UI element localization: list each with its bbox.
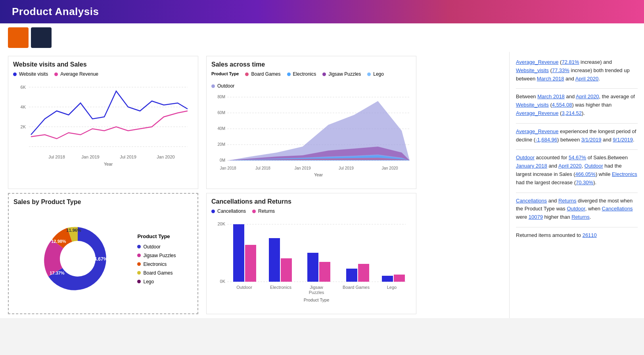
- logo-dark: [31, 27, 52, 48]
- link-outdoor-1[interactable]: Outdoor: [516, 155, 535, 160]
- cancel-chart: Cancellations and Returns Cancellations …: [206, 193, 416, 314]
- svg-text:Electronics: Electronics: [270, 285, 291, 290]
- svg-text:Jigsaw: Jigsaw: [310, 285, 323, 290]
- cancellations-dot: [211, 210, 215, 213]
- link-10079[interactable]: 10079: [529, 214, 543, 220]
- insight-1: Average_Revenue (72.81% increase) and We…: [516, 58, 638, 83]
- lego-dot: [367, 73, 371, 76]
- charts-area: Website visits and Sales Website visits …: [0, 52, 509, 318]
- link-77[interactable]: 77.33%: [552, 67, 569, 73]
- link-returns[interactable]: Returns: [558, 198, 577, 204]
- svg-text:12.98%: 12.98%: [52, 239, 67, 244]
- link-returns-2[interactable]: Returns: [571, 214, 590, 220]
- donut-legend: Product Type Outdoor Jigsaw Puzzles Elec…: [133, 233, 176, 284]
- link-avg-revenue-1[interactable]: Average_Revenue: [516, 59, 558, 65]
- sales-time-legend: Product Type Board Games Electronics Jig…: [211, 71, 411, 89]
- website-visits-svg: 6K 4K 2K Jul 2018 Jan 2019 Jul 2019 Jan …: [13, 79, 196, 170]
- sales-product-title: Sales by Product Type: [13, 198, 193, 206]
- svg-text:2K: 2K: [21, 124, 26, 129]
- svg-text:0K: 0K: [220, 279, 226, 284]
- svg-text:0M: 0M: [220, 158, 225, 162]
- legend-board-games: Board Games: [245, 71, 280, 77]
- logo-area: [0, 23, 59, 52]
- link-cancellations[interactable]: Cancellations: [516, 198, 547, 204]
- outdoor-returns-bar: [245, 245, 256, 282]
- link-end-date[interactable]: 9/1/2019: [613, 137, 633, 143]
- jigsaw-cancellations-bar: [307, 253, 318, 282]
- link-72[interactable]: 72.81%: [562, 59, 579, 65]
- svg-text:Jul 2019: Jul 2019: [120, 155, 136, 159]
- lego-donut-label: Lego: [143, 279, 154, 284]
- link-26110[interactable]: 26110: [583, 232, 597, 238]
- svg-text:Product Type: Product Type: [304, 298, 330, 302]
- svg-text:Board Games: Board Games: [343, 285, 370, 290]
- electronics-label: Electronics: [293, 71, 316, 77]
- link-7030[interactable]: 70.30%: [576, 179, 593, 185]
- avg-revenue-dot: [54, 73, 58, 76]
- top-row: Website visits and Sales Website visits …: [8, 56, 501, 189]
- jigsaw-donut-dot: [137, 254, 141, 257]
- link-cancellations-2[interactable]: Cancellations: [602, 206, 633, 212]
- link-start-date[interactable]: 3/1/2019: [581, 137, 602, 143]
- link-website-visits-2[interactable]: Website_visits: [516, 102, 549, 108]
- outdoor-dot: [211, 84, 215, 88]
- legend-outdoor-donut: Outdoor: [137, 244, 176, 250]
- link-jan-2018[interactable]: January 2018: [516, 163, 547, 169]
- link-website-visits-1[interactable]: Website_visits: [516, 67, 549, 73]
- sales-product-chart: Sales by Product Type: [8, 193, 198, 314]
- link-3214[interactable]: 3,214.52: [562, 110, 582, 116]
- svg-text:60M: 60M: [218, 111, 225, 115]
- svg-text:20K: 20K: [217, 221, 225, 226]
- electronics-returns-bar: [281, 258, 292, 282]
- boardgames-donut-label: Board Games: [143, 270, 172, 276]
- link-avg-revenue-2[interactable]: Average_Revenue: [516, 110, 558, 116]
- link-outdoor-3[interactable]: Outdoor: [567, 206, 585, 212]
- svg-text:17.37%: 17.37%: [50, 271, 65, 275]
- link-march-2018[interactable]: March 2018: [537, 76, 564, 82]
- link-april-2020-1[interactable]: April 2020: [575, 76, 599, 82]
- link-electronics[interactable]: Electronics: [612, 171, 637, 177]
- lego-label: Lego: [373, 71, 384, 77]
- outdoor-label: Outdoor: [217, 83, 234, 89]
- lego-cancellations-bar: [382, 276, 393, 282]
- link-march-2018-2[interactable]: March 2018: [537, 94, 565, 99]
- returns-dot: [252, 210, 256, 213]
- legend-jigsaw: Jigsaw Puzzles: [322, 71, 361, 77]
- website-visits-dot: [13, 73, 17, 76]
- electronics-donut-dot: [137, 262, 141, 266]
- electronics-donut-label: Electronics: [143, 261, 167, 267]
- legend-jigsaw-donut: Jigsaw Puzzles: [137, 253, 176, 258]
- link-april-2020-2[interactable]: April 2020: [576, 94, 599, 99]
- donut-svg: 54.67% 17.37% 12.98% 11.96%: [30, 215, 125, 302]
- svg-text:4K: 4K: [21, 105, 26, 109]
- link-5467[interactable]: 54.67%: [569, 155, 586, 160]
- link-avg-revenue-3[interactable]: Average_Revenue: [516, 128, 558, 134]
- board-games-label: Board Games: [251, 71, 280, 77]
- legend-avg-revenue-label: Average Revenue: [60, 71, 98, 77]
- link-april-2020-3[interactable]: April 2020: [558, 163, 582, 169]
- svg-text:20M: 20M: [218, 142, 225, 147]
- product-type-label: Product Type: [211, 71, 239, 77]
- insight-4: Outdoor accounted for 54.67% of Sales.Be…: [516, 154, 638, 187]
- logo-orange: [8, 27, 29, 48]
- svg-point-33: [60, 241, 96, 277]
- svg-text:Jan 2020: Jan 2020: [381, 166, 398, 170]
- legend-returns: Returns: [252, 208, 275, 214]
- svg-text:40M: 40M: [218, 126, 225, 131]
- svg-text:Lego: Lego: [387, 285, 397, 290]
- returns-label: Returns: [258, 208, 275, 214]
- link-466[interactable]: 466.05%: [575, 171, 596, 177]
- svg-text:Jan 2019: Jan 2019: [81, 155, 99, 159]
- insight-5: Cancellations and Returns diverged the m…: [516, 197, 638, 221]
- cancellations-label: Cancellations: [217, 208, 246, 214]
- legend-lego-donut: Lego: [137, 279, 176, 284]
- link-decline[interactable]: -1,684.96: [535, 137, 557, 143]
- svg-text:Jul 2019: Jul 2019: [339, 166, 354, 170]
- link-4554[interactable]: 4,554.08: [552, 102, 572, 108]
- svg-text:Jul 2018: Jul 2018: [48, 155, 65, 159]
- link-outdoor-2[interactable]: Outdoor: [585, 163, 603, 169]
- sales-time-title: Sales across time: [211, 61, 411, 68]
- cancel-legend: Cancellations Returns: [211, 208, 411, 214]
- svg-text:Year: Year: [104, 162, 113, 166]
- insight-6: Returned items amounted to 26110: [516, 231, 638, 240]
